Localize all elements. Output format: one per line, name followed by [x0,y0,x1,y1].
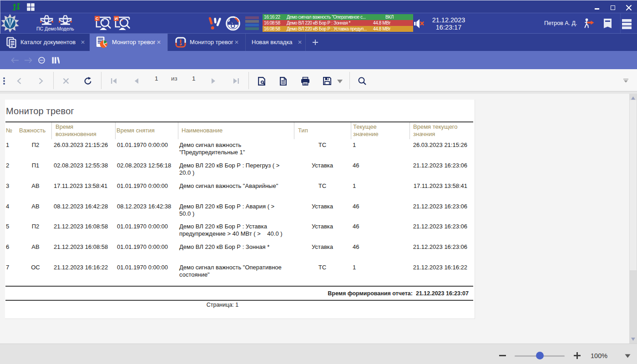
svg-text:С: С [96,16,99,21]
svg-text:И: И [115,16,118,21]
